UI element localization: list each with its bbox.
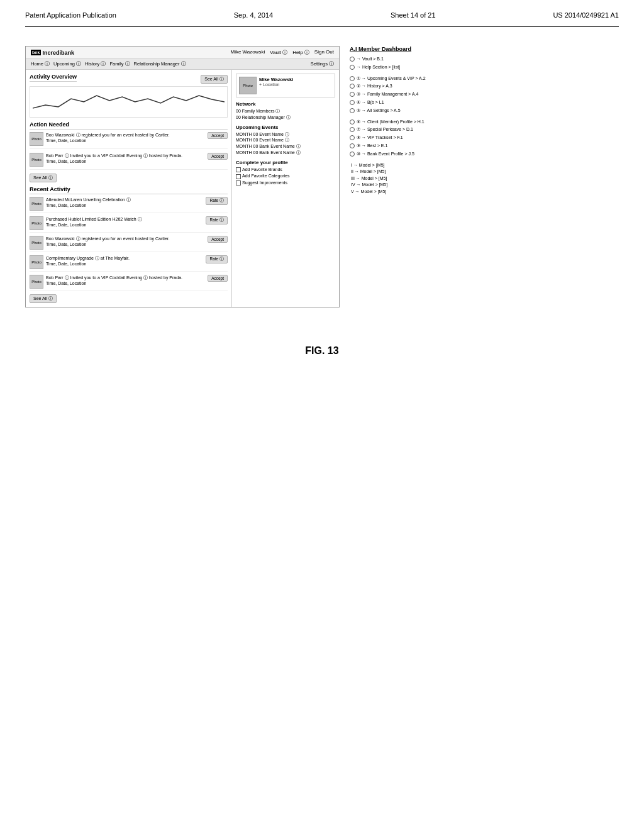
activity-chart-svg [33,89,225,114]
navbar-right: Settings ⓘ [311,61,334,67]
ai-circle-11 [350,143,355,148]
recent-subtext-4: Time, Date, Location [46,261,203,267]
ai-group-1: → Vault > B.1 → Help Section > [list] [350,56,475,70]
action-see-all-btn[interactable]: See All ⓘ [30,174,57,182]
app-panel: bnk Incredibank Mike Wazowski Vault ⓘ He… [25,46,340,307]
recent-see-all-btn[interactable]: See All ⓘ [30,294,57,303]
action-item-1: Photo Boo Wazowski ⓘ registered you for … [30,132,228,149]
checkbox-icon-2 [236,174,241,179]
action-title: Action Needed [30,121,228,130]
upcoming-event-2[interactable]: MONTH 00 Event Name ⓘ [236,137,335,143]
recent-text-5: Bob Parr ⓘ Invited you to a VIP Cocktail… [46,275,205,286]
ai-circle-10 [350,135,355,140]
ai-circle-4 [350,84,355,89]
topbar-vault[interactable]: Vault ⓘ [270,49,287,56]
action-item-2: Photo Bob Parr ⓘ Invited you to a VIP Co… [30,153,228,170]
ai-item-history: ② → History > A.3 [350,83,475,89]
upcoming-event-1[interactable]: MONTH 00 Event Name ⓘ [236,131,335,138]
recent-desc-1: Attended McLaren Unveiling Celebration ⓘ [46,197,203,202]
recent-photo-5: Photo [30,275,43,289]
ai-label-bbl1: ④ → B(b > L1 [357,99,384,106]
network-title: Network [236,101,335,107]
profile-details: Mike Wazowski + Location [259,77,293,87]
ai-circle-8 [350,119,355,124]
recent-item-1: Photo Attended McLaren Unveiling Celebra… [30,197,228,213]
ai-label-help: → Help Section > [list] [357,64,400,70]
action-accept-btn-1[interactable]: Accept [208,132,228,139]
ai-item-profile: ⑥ → Client (Member) Profile > H.1 [350,119,475,125]
complete-item-2[interactable]: Add Favorite Categories [236,173,335,180]
app-right-section: Photo Mike Wazowski + Location Network 0… [232,70,339,307]
ai-label-history: ② → History > A.3 [357,83,392,89]
activity-section: Activity Overview See All ⓘ [30,74,228,118]
ai-circle-5 [350,92,355,97]
patent-number: US 2014/0249921 A1 [553,11,619,19]
recent-item-3: Photo Boo Wazowski ⓘ registered you for … [30,236,228,252]
action-accept-btn-2[interactable]: Accept [208,153,228,160]
ai-bracket-4: IV → Model > [M5] [351,182,475,189]
ai-label-viptrack: ⑧ → VIP Trackset > F.1 [357,135,403,141]
ai-item-allsettings: ⑤ → All Settings > A.5 [350,108,475,114]
ai-item-family: ③ → Family Management > A.4 [350,91,475,97]
app-logo: bnk Incredibank [31,50,74,56]
nav-settings[interactable]: Settings ⓘ [311,61,334,67]
complete-label-3: Suggest Improvements [242,180,287,187]
recent-item-5: Photo Bob Parr ⓘ Invited you to a VIP Co… [30,275,228,291]
recent-btn-4[interactable]: Rate ⓘ [206,255,228,263]
complete-item-3[interactable]: Suggest Improvements [236,180,335,187]
recent-desc-2: Purchased Hublot Limited Edition H262 Wa… [46,216,203,222]
action-photo-2: Photo [30,153,43,167]
ai-group-4: I → Model > [M5] II → Model > [M5] III →… [350,162,475,196]
ai-bracket-1: I → Model > [M5] [351,162,475,169]
recent-desc-5: Bob Parr ⓘ Invited you to a VIP Cocktail… [46,275,205,280]
recent-subtext-3: Time, Date, Location [46,241,205,247]
recent-btn-2[interactable]: Rate ⓘ [206,216,228,224]
recent-subtext-5: Time, Date, Location [46,280,205,286]
ai-label-best: ⑨ → Best > E.1 [357,143,387,149]
ai-label-profile: ⑥ → Client (Member) Profile > H.1 [357,119,425,125]
ai-item-vault: → Vault > B.1 [350,56,475,62]
recent-btn-3[interactable]: Accept [208,236,228,243]
recent-btn-1[interactable]: Rate ⓘ [206,197,228,205]
ai-circle-7 [350,108,355,113]
topbar-user: Mike Wazowski [230,49,265,56]
complete-item-1[interactable]: Add Favorite Brands [236,167,335,174]
checkbox-icon-1 [236,167,241,172]
nav-home[interactable]: Home ⓘ [31,61,50,67]
network-section: Network 00 Family Members ⓘ 00 Relations… [236,101,335,121]
nav-relationship[interactable]: Relationship Manager ⓘ [134,61,186,67]
checkbox-icon-3 [236,180,241,185]
upcoming-section: Upcoming Events MONTH 00 Event Name ⓘ MO… [236,124,335,156]
ai-circle-12 [350,152,355,157]
ai-item-bbl1: ④ → B(b > L1 [350,99,475,106]
network-rm[interactable]: 00 Relationship Manager ⓘ [236,114,335,121]
ai-circle-6 [350,100,355,105]
topbar-signout[interactable]: Sign Out [314,49,334,56]
publication-date: Sep. 4, 2014 [234,11,273,19]
network-family[interactable]: 00 Family Members ⓘ [236,108,335,114]
complete-label-2: Add Favorite Categories [242,173,289,180]
ai-item-help: → Help Section > [list] [350,64,475,70]
profile-location[interactable]: + Location [259,82,293,87]
nav-family[interactable]: Family ⓘ [109,61,130,67]
ai-label-family: ③ → Family Management > A.4 [357,91,418,97]
recent-btn-5[interactable]: Accept [208,275,228,282]
action-section: Action Needed Photo Boo Wazowski ⓘ regis… [30,121,228,182]
main-content: bnk Incredibank Mike Wazowski Vault ⓘ He… [0,33,644,320]
page-header: Patent Application Publication Sep. 4, 2… [0,0,644,24]
ai-item-viptrack: ⑧ → VIP Trackset > F.1 [350,135,475,141]
nav-upcoming[interactable]: Upcoming ⓘ [53,61,81,67]
nav-history[interactable]: History ⓘ [85,61,106,67]
action-subtext-2: Time, Date, Location [46,158,205,164]
activity-see-all-btn[interactable]: See All ⓘ [201,75,228,84]
ai-item-best: ⑨ → Best > E.1 [350,143,475,149]
recent-text-4: Complimentary Upgrade ⓘ at The Mayfair. … [46,255,203,267]
ai-group-3: ⑥ → Client (Member) Profile > H.1 ⑦ → Sp… [350,119,475,157]
ai-item-perksave: ⑦ → Special Perksave > D.1 [350,126,475,133]
ai-label-perksave: ⑦ → Special Perksave > D.1 [357,126,413,133]
ai-circle-3 [350,76,355,81]
topbar-help[interactable]: Help ⓘ [292,49,309,56]
upcoming-event-4[interactable]: MONTH 00 Bank Event Name ⓘ [236,150,335,156]
upcoming-event-3[interactable]: MONTH 00 Bank Event Name ⓘ [236,143,335,150]
recent-photo-2: Photo [30,216,43,230]
